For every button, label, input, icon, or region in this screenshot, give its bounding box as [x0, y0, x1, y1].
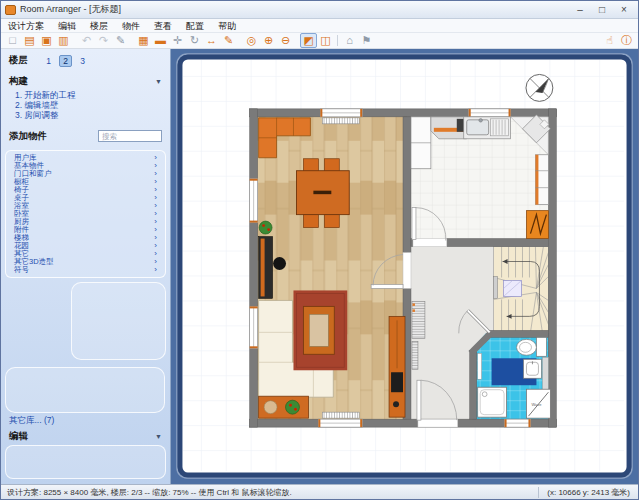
pouf [273, 257, 286, 270]
collapse-arrow-icon[interactable]: ▼ [155, 78, 162, 85]
toilet-tank [536, 337, 546, 356]
status-bar: 设计方案: 8255 × 8400 毫米, 楼层: 2/3 -- 缩放: 75%… [1, 484, 638, 499]
draw-walls-icon[interactable]: ✎ [220, 33, 237, 48]
app-icon [5, 5, 16, 15]
category-doors-windows[interactable]: 门口和窗户› [6, 170, 165, 178]
category-garden[interactable]: 花园› [6, 242, 165, 250]
close-button[interactable]: × [614, 3, 634, 17]
potted-plant [286, 400, 300, 414]
window [469, 109, 511, 117]
view-3d-icon[interactable]: ◩ [300, 33, 317, 48]
status-cursor-coordinates: (x: 10666 y: 2413 毫米) [538, 487, 638, 498]
paint-brush-icon[interactable]: ✎ [112, 33, 129, 48]
potted-plant [259, 221, 272, 234]
menu-objects[interactable]: 物件 [115, 19, 147, 33]
dimensions-icon[interactable]: ↔ [203, 33, 220, 48]
sidebar-spacer [5, 282, 166, 413]
menu-settings[interactable]: 配置 [179, 19, 211, 33]
collapse-arrow-icon[interactable]: ▼ [155, 433, 162, 440]
menu-bar: 设计方案 编辑 楼层 物件 查看 配置 帮助 [1, 19, 638, 33]
menu-floors[interactable]: 楼层 [83, 19, 115, 33]
menu-edit[interactable]: 编辑 [51, 19, 83, 33]
hand-tool-icon[interactable]: ☝ [601, 33, 618, 48]
sink [467, 120, 489, 135]
step-adjust-rooms[interactable]: 3. 房间调整 [15, 110, 162, 120]
build-section-header: 构建 ▼ [9, 75, 162, 87]
hall-radiator [412, 341, 418, 369]
floors-label: 楼层 [9, 54, 28, 67]
category-other-3d[interactable]: 其它3D造型› [6, 258, 165, 266]
print-icon[interactable]: ▥ [55, 33, 72, 48]
step-new-project[interactable]: 1. 开始新的工程 [15, 90, 162, 100]
open-file-icon[interactable]: ▤ [21, 33, 38, 48]
dining-chair [324, 215, 339, 228]
window [250, 306, 258, 348]
toolbar-separator [337, 35, 338, 46]
zoom-out-icon[interactable]: ⊖ [277, 33, 294, 48]
floor-button-2[interactable]: 2 [59, 55, 72, 67]
compass-icon[interactable] [526, 74, 553, 101]
floor-plan[interactable]: Wave [250, 74, 557, 427]
redo-icon[interactable]: ↷ [95, 33, 112, 48]
category-stairs[interactable]: 楼梯› [6, 234, 165, 242]
window [318, 419, 362, 427]
step-edit-walls[interactable]: 2. 编辑墙壁 [15, 100, 162, 110]
faucet [479, 119, 483, 123]
radiator [322, 412, 359, 418]
floors-selector: 楼层 1 2 3 [9, 54, 162, 67]
save-file-icon[interactable]: ▣ [38, 33, 55, 48]
zoom-all-icon[interactable]: ◎ [243, 33, 260, 48]
bowl [264, 401, 277, 414]
shower-label: Wave [531, 402, 542, 407]
minimize-button[interactable]: – [570, 3, 590, 17]
plan-settings-icon[interactable]: ▦ [135, 33, 152, 48]
window [250, 179, 258, 223]
room-arranger-window: Room Arranger - [无标题] – □ × 设计方案 编辑 楼层 物… [0, 0, 639, 500]
floor-button-1[interactable]: 1 [42, 55, 55, 67]
build-title: 构建 [9, 75, 155, 88]
hall-shelf [412, 301, 425, 338]
menu-help[interactable]: 帮助 [211, 19, 243, 33]
decorative-panel [71, 282, 166, 360]
edit-title: 编辑 [9, 430, 155, 443]
edit-section-header: 编辑 ▼ [9, 430, 162, 442]
tv [391, 372, 403, 392]
floor-button-3[interactable]: 3 [76, 55, 89, 67]
other-libraries-link[interactable]: 其它库... (7) [9, 415, 162, 426]
bookshelf-detail [261, 239, 265, 297]
maximize-button[interactable]: □ [592, 3, 612, 17]
add-objects-title: 添加物件 [9, 130, 98, 143]
speaker [393, 401, 399, 407]
category-bathroom[interactable]: 浴室› [6, 202, 165, 210]
category-bedroom[interactable]: 卧室› [6, 210, 165, 218]
new-file-icon[interactable]: □ [4, 33, 21, 48]
shower-tray [478, 387, 507, 417]
floor-plan-svg[interactable]: Wave [171, 49, 638, 484]
category-symbols[interactable]: 符号› [6, 266, 165, 274]
undo-icon[interactable]: ↶ [78, 33, 95, 48]
status-project-info: 设计方案: 8255 × 8400 毫米, 楼层: 2/3 -- 缩放: 75%… [1, 487, 538, 498]
zoom-in-icon[interactable]: ⊕ [260, 33, 277, 48]
category-cabinets[interactable]: 橱柜› [6, 178, 165, 186]
ruler-icon[interactable]: ▬ [152, 33, 169, 48]
category-accessories[interactable]: 附件› [6, 226, 165, 234]
toolbar: □ ▤ ▣ ▥ ↶ ↷ ✎ ▦ ▬ ✛ ↻ ↔ ✎ ◎ ⊕ ⊖ ◩ ◫ ⌂ ⚑ … [1, 33, 638, 49]
menu-view[interactable]: 查看 [147, 19, 179, 33]
drawing-canvas[interactable]: Wave [171, 49, 638, 484]
category-chairs[interactable]: 椅子› [6, 186, 165, 194]
home-view-icon[interactable]: ⌂ [341, 33, 358, 48]
rotate-icon[interactable]: ↻ [186, 33, 203, 48]
window-title: Room Arranger - [无标题] [20, 3, 568, 16]
category-tables[interactable]: 桌子› [6, 194, 165, 202]
sidebar: 楼层 1 2 3 构建 ▼ 1. 开始新的工程 2. 编辑墙壁 3. 房间调整 … [1, 49, 171, 484]
about-icon[interactable]: ⓘ [618, 33, 635, 48]
objects-3d-icon[interactable]: ◫ [317, 33, 334, 48]
menu-design[interactable]: 设计方案 [1, 19, 51, 33]
decorative-panel [5, 367, 165, 413]
transform-icon[interactable]: ✛ [169, 33, 186, 48]
walkthrough-icon[interactable]: ⚑ [358, 33, 375, 48]
search-input[interactable] [98, 130, 162, 142]
chevron-right-icon: › [154, 266, 157, 274]
radiator [322, 118, 359, 124]
category-kitchen[interactable]: 厨房› [6, 218, 165, 226]
